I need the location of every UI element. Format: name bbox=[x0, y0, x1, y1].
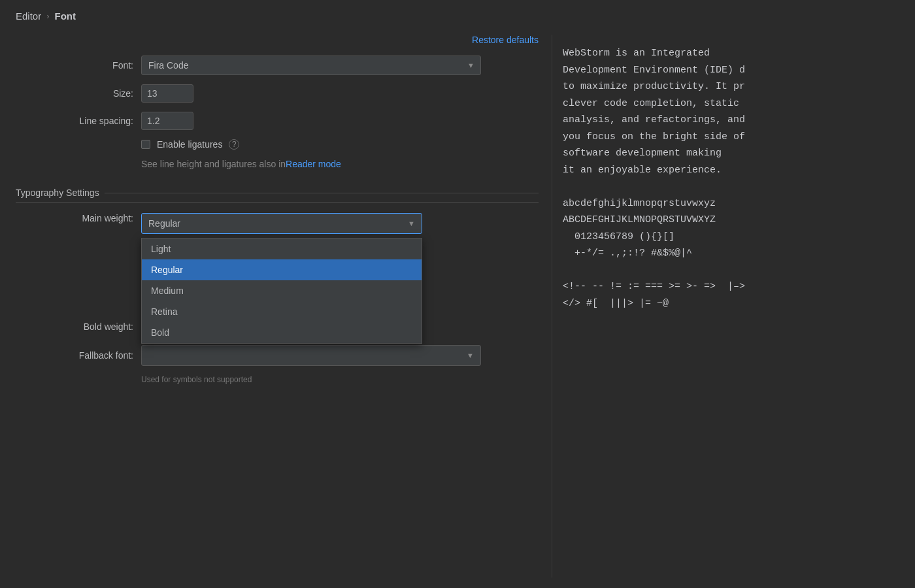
size-label: Size: bbox=[16, 88, 133, 99]
typography-section-title: Typography Settings bbox=[16, 188, 539, 203]
main-weight-value: Regular bbox=[148, 218, 180, 229]
settings-panel: Restore defaults Font: Fira Code ▼ Size: bbox=[16, 35, 552, 578]
ligatures-label: Enable ligatures bbox=[157, 139, 222, 150]
main-weight-select[interactable]: Regular ▼ bbox=[141, 213, 422, 234]
main-weight-label: Main weight: bbox=[16, 213, 133, 223]
fallback-select-wrapper: ▼ bbox=[141, 345, 481, 366]
font-label: Font: bbox=[16, 60, 133, 71]
font-row: Font: Fira Code ▼ bbox=[16, 56, 539, 75]
main-weight-arrow-icon: ▼ bbox=[408, 220, 415, 227]
line-spacing-input[interactable] bbox=[141, 112, 193, 130]
ligatures-checkbox[interactable] bbox=[141, 140, 150, 149]
breadcrumb-parent: Editor bbox=[16, 10, 41, 22]
font-select[interactable]: Fira Code bbox=[141, 56, 481, 75]
preview-panel: WebStorm is an Integrated Development En… bbox=[552, 35, 899, 578]
size-row: Size: bbox=[16, 84, 539, 103]
fallback-arrow-icon: ▼ bbox=[467, 351, 474, 359]
main-content: Restore defaults Font: Fira Code ▼ Size: bbox=[16, 35, 899, 578]
size-input[interactable] bbox=[141, 84, 193, 103]
dropdown-item-light[interactable]: Light bbox=[142, 238, 422, 259]
settings-page: Editor › Font Restore defaults Font: Fir… bbox=[0, 0, 915, 588]
breadcrumb-separator: › bbox=[46, 11, 49, 21]
dropdown-item-retina[interactable]: Retina bbox=[142, 301, 422, 322]
breadcrumb-current: Font bbox=[55, 10, 76, 22]
typography-title-line bbox=[105, 193, 539, 193]
fallback-font-label: Fallback font: bbox=[16, 350, 133, 361]
dropdown-item-regular[interactable]: Regular bbox=[142, 259, 422, 280]
help-icon[interactable]: ? bbox=[229, 139, 239, 150]
breadcrumb: Editor › Font bbox=[16, 10, 899, 22]
main-weight-dropdown-container: Regular ▼ Light Regular Medium Retina Bo… bbox=[141, 213, 422, 234]
ligatures-row: Enable ligatures ? bbox=[141, 139, 539, 150]
reader-mode-link[interactable]: Reader mode bbox=[286, 159, 341, 169]
restore-defaults-link[interactable]: Restore defaults bbox=[472, 35, 539, 45]
line-spacing-row: Line spacing: bbox=[16, 112, 539, 130]
main-weight-select-wrapper: Regular ▼ bbox=[141, 213, 422, 234]
line-spacing-label: Line spacing: bbox=[16, 116, 133, 126]
main-weight-dropdown-popup: Light Regular Medium Retina Bold bbox=[141, 238, 422, 344]
fallback-note: Used for symbols not supported bbox=[141, 375, 539, 384]
dropdown-item-medium[interactable]: Medium bbox=[142, 280, 422, 301]
reader-mode-row: See line height and ligatures also inRea… bbox=[141, 159, 539, 169]
main-weight-row: Main weight: Regular ▼ Light Regular bbox=[16, 213, 539, 234]
font-select-wrapper: Fira Code ▼ bbox=[141, 56, 481, 75]
bold-weight-label: Bold weight: bbox=[16, 321, 133, 332]
typography-section: Typography Settings Main weight: Regular… bbox=[16, 188, 539, 384]
fallback-font-row: Fallback font: ▼ bbox=[16, 345, 539, 366]
restore-defaults-row: Restore defaults bbox=[16, 35, 539, 45]
dropdown-item-bold[interactable]: Bold bbox=[142, 322, 422, 343]
reader-mode-prefix: See line height and ligatures also in bbox=[141, 159, 286, 169]
fallback-select[interactable]: ▼ bbox=[141, 345, 481, 366]
typography-title-text: Typography Settings bbox=[16, 188, 99, 198]
font-form-section: Font: Fira Code ▼ Size: Line spacing: bbox=[16, 56, 539, 169]
preview-text: WebStorm is an Integrated Development En… bbox=[563, 45, 889, 312]
